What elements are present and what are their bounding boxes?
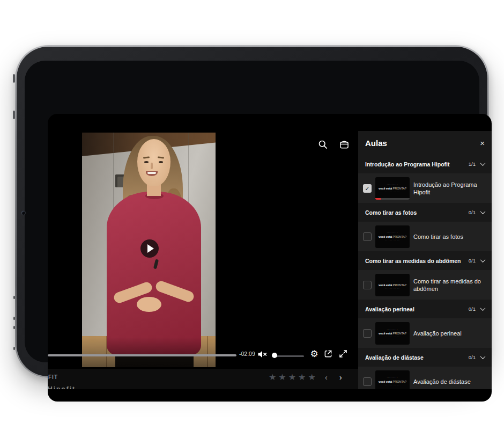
chevron-down-icon[interactable] bbox=[480, 209, 486, 214]
thumb-caption-bold: você está bbox=[379, 380, 392, 383]
presenter-eye bbox=[144, 161, 149, 163]
thumb-caption-light: PRONTA? bbox=[393, 187, 407, 190]
gear-icon: ⚙ bbox=[310, 348, 318, 359]
lesson-row[interactable]: ········· você está PRONTA? ·· ··· ·· ··… bbox=[358, 367, 492, 389]
volume-slider[interactable] bbox=[273, 355, 304, 357]
time-remaining: -02:09 bbox=[239, 351, 255, 357]
lesson-label: Introdução ao Programa Hipofit bbox=[413, 181, 487, 196]
sidebar-title: Aulas bbox=[365, 138, 387, 148]
presenter-teeth bbox=[147, 172, 156, 174]
presenter-nose bbox=[151, 163, 153, 169]
search-icon bbox=[317, 139, 328, 150]
volume-button bbox=[13, 111, 15, 119]
lesson-row[interactable]: ✓ ········· você está PRONTA? ·· ··· ·· … bbox=[358, 173, 492, 203]
thumb-caption-bold: você está bbox=[379, 283, 392, 287]
star-icon[interactable]: ★ bbox=[308, 373, 317, 382]
lesson-label: Avaliação perineal bbox=[413, 330, 462, 337]
prev-lesson-button[interactable]: ‹ bbox=[325, 373, 328, 382]
thumb-caption: você está PRONTA? bbox=[379, 187, 406, 190]
lesson-checkbox[interactable] bbox=[363, 377, 372, 386]
search-button[interactable] bbox=[317, 139, 328, 150]
clipped-title: Hipofit bbox=[48, 385, 117, 389]
lesson-checkbox[interactable]: ✓ bbox=[363, 184, 372, 193]
mute-icon bbox=[257, 349, 268, 359]
fullscreen-icon bbox=[338, 349, 348, 359]
star-icon[interactable]: ★ bbox=[288, 373, 298, 382]
mute-button[interactable] bbox=[257, 349, 268, 359]
app-viewport: -02:09 ⚙ bbox=[48, 131, 492, 389]
chevron-down-icon[interactable] bbox=[480, 354, 486, 359]
clipped-title-text: Hipofit bbox=[48, 385, 117, 389]
lesson-thumbnail[interactable]: ········· você está PRONTA? ·· ··· ·· ·· bbox=[375, 322, 410, 345]
section-header[interactable]: Introdução ao Programa Hipofit 1/1 bbox=[358, 155, 492, 173]
lesson-row[interactable]: ········· você está PRONTA? ·· ··· ·· ··… bbox=[358, 318, 492, 348]
thumb-caption: ·· ··· ·· ·· bbox=[385, 239, 399, 242]
thumb-caption: você está PRONTA? bbox=[379, 283, 406, 287]
library-button[interactable] bbox=[339, 139, 350, 150]
partial-brand-text: FIT bbox=[48, 374, 58, 380]
section-title: Como tirar as fotos bbox=[365, 209, 465, 216]
thumb-caption-light: PRONTA? bbox=[393, 283, 407, 287]
star-icon[interactable]: ★ bbox=[269, 373, 278, 382]
fullscreen-button[interactable] bbox=[338, 349, 348, 359]
lesson-thumbnail[interactable]: ········· você está PRONTA? ·· ··· ·· ·· bbox=[375, 177, 410, 200]
chevron-down-icon[interactable] bbox=[480, 161, 486, 166]
tablet-body: -02:09 ⚙ bbox=[17, 47, 487, 376]
video-frame[interactable] bbox=[82, 133, 216, 367]
thumb-caption: você está PRONTA? bbox=[379, 332, 406, 335]
lesson-checkbox[interactable] bbox=[363, 281, 372, 289]
thumb-caption-light: PRONTA? bbox=[393, 380, 407, 383]
section-header[interactable]: Avaliação de diástase 0/1 bbox=[358, 348, 492, 367]
section-header[interactable]: Como tirar as medidas do abdômen 0/1 bbox=[358, 251, 492, 270]
star-icon[interactable]: ★ bbox=[278, 373, 288, 382]
tablet-screen: -02:09 ⚙ bbox=[48, 114, 492, 402]
section-count: 0/1 bbox=[469, 354, 476, 360]
star-icon[interactable]: ★ bbox=[298, 373, 308, 382]
rating-stars[interactable]: ★★★★★ bbox=[269, 372, 318, 382]
section-header[interactable]: Avaliação perineal 0/1 bbox=[358, 300, 492, 318]
section-header[interactable]: Como tirar as fotos 0/1 bbox=[358, 203, 492, 222]
section-count: 0/1 bbox=[469, 258, 476, 264]
volume-slider-handle[interactable] bbox=[272, 353, 277, 358]
speaker-hole bbox=[13, 326, 15, 329]
thumb-caption-light: PRONTA? bbox=[393, 332, 407, 335]
section-count: 0/1 bbox=[469, 209, 476, 215]
thumb-caption: ·· ··· ·· ·· bbox=[385, 191, 399, 193]
next-lesson-button[interactable]: › bbox=[339, 373, 342, 382]
presenter-shirt bbox=[107, 192, 201, 355]
speaker-hole bbox=[13, 296, 15, 299]
external-link-icon bbox=[323, 349, 333, 359]
thumb-caption: ········· bbox=[387, 184, 398, 186]
section-title: Avaliação perineal bbox=[365, 306, 465, 312]
thumb-caption: ········· bbox=[387, 329, 398, 331]
lesson-thumbnail[interactable]: ········· você está PRONTA? ·· ··· ·· ·· bbox=[375, 274, 410, 296]
thumb-caption-bold: você está bbox=[379, 332, 392, 335]
lesson-thumbnail[interactable]: ········· você está PRONTA? ·· ··· ·· ·· bbox=[375, 225, 410, 248]
thumb-progress-bar bbox=[375, 198, 381, 200]
presenter-face bbox=[137, 139, 171, 186]
sidebar-header: Aulas × bbox=[358, 131, 492, 155]
lesson-thumbnail[interactable]: ········· você está PRONTA? ·· ··· ·· ·· bbox=[375, 370, 410, 390]
popout-button[interactable] bbox=[323, 349, 333, 359]
lesson-checkbox[interactable] bbox=[363, 329, 372, 338]
thumb-caption: ········· bbox=[387, 232, 398, 234]
page-content-strip: FIT Hipofit ★★★★★ ‹ › bbox=[48, 369, 358, 389]
lesson-label: Como tirar as medidas do abdômen bbox=[413, 278, 487, 293]
lesson-checkbox[interactable] bbox=[363, 232, 372, 241]
section-count: 1/1 bbox=[469, 161, 476, 167]
lesson-label: Avaliação de diástase bbox=[413, 378, 471, 385]
play-icon bbox=[147, 244, 154, 253]
lesson-row[interactable]: ········· você está PRONTA? ·· ··· ·· ··… bbox=[358, 270, 492, 300]
chevron-down-icon[interactable] bbox=[480, 305, 486, 311]
presenter-eye bbox=[159, 161, 163, 163]
settings-button[interactable]: ⚙ bbox=[309, 348, 320, 359]
lesson-row[interactable]: ········· você está PRONTA? ·· ··· ·· ··… bbox=[358, 222, 492, 251]
thumb-caption-light: PRONTA? bbox=[393, 235, 407, 238]
presenter-hands bbox=[137, 297, 161, 312]
play-button[interactable] bbox=[140, 239, 159, 258]
close-icon[interactable]: × bbox=[480, 139, 485, 147]
seek-bar[interactable] bbox=[48, 354, 236, 356]
chevron-down-icon[interactable] bbox=[480, 257, 486, 262]
speaker-hole bbox=[13, 347, 15, 350]
section-title: Avaliação de diástase bbox=[365, 354, 465, 361]
